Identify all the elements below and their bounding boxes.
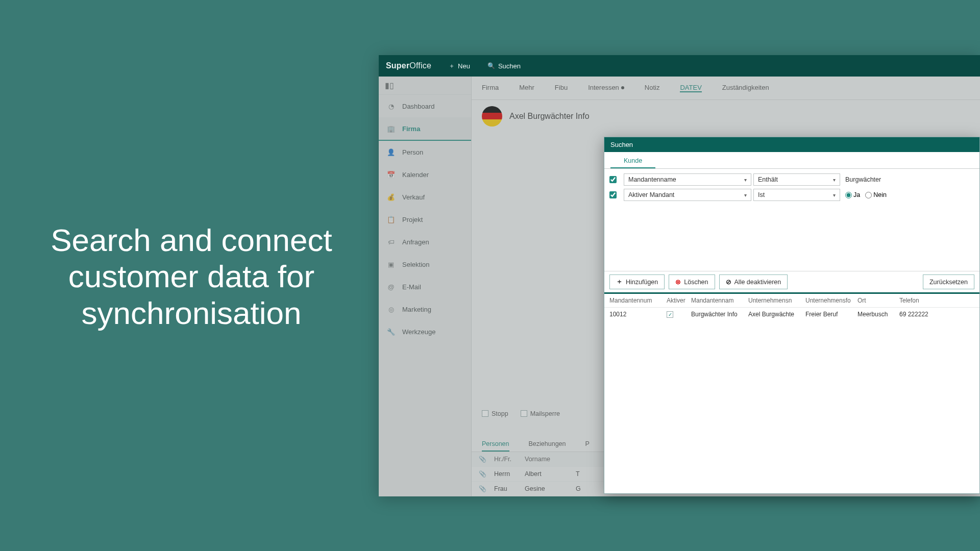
criteria-enabled-checkbox[interactable] bbox=[609, 191, 617, 198]
search-button[interactable]: 🔍Suchen bbox=[487, 62, 521, 70]
results-panel: Mandantennum Aktiver Mandantennam Untern… bbox=[604, 292, 979, 493]
sidebar-item-kalender[interactable]: 📅Kalender bbox=[379, 163, 471, 186]
result-cell: Axel Burgwächte bbox=[748, 311, 804, 318]
reset-button[interactable]: Zurücksetzen bbox=[923, 274, 974, 289]
close-circle-icon: ⊗ bbox=[675, 278, 681, 286]
topbar: SuperOffice ＋Neu 🔍Suchen bbox=[379, 55, 980, 77]
deactivate-all-button[interactable]: ⊘Alle deaktivieren bbox=[719, 274, 788, 289]
criteria-row: Aktiver Mandant▾ Ist▾ Ja Nein bbox=[609, 187, 974, 203]
criteria-field-select[interactable]: Aktiver Mandant▾ bbox=[624, 189, 751, 201]
sidebar-item-anfragen[interactable]: 🏷Anfragen bbox=[379, 231, 471, 253]
tab-interessen[interactable]: Interessen bbox=[588, 84, 624, 92]
new-button[interactable]: ＋Neu bbox=[449, 62, 470, 70]
sidebar-item-email[interactable]: @E-Mail bbox=[379, 276, 471, 298]
add-criteria-button[interactable]: ＋Hinzufügen bbox=[609, 274, 665, 289]
dialog-tab-kunde[interactable]: Kunde bbox=[610, 154, 655, 168]
search-dialog: Suchen Kunde Mandantenname▾ Enthält▾ Akt… bbox=[604, 137, 980, 494]
criteria-enabled-checkbox[interactable] bbox=[609, 176, 617, 183]
firm-tabs: Firma Mehr Fibu Interessen Notiz DATEV Z… bbox=[472, 77, 980, 100]
chevron-down-icon: ▾ bbox=[744, 177, 747, 183]
toggle-off-icon: ⊘ bbox=[726, 278, 731, 286]
attachment-icon: 📎 bbox=[479, 470, 494, 478]
indicator-dot-icon bbox=[621, 86, 624, 89]
attachment-icon: 📎 bbox=[479, 456, 494, 463]
chevron-down-icon: ▾ bbox=[833, 177, 836, 183]
tab-firma[interactable]: Firma bbox=[482, 84, 499, 92]
gauge-icon: ◔ bbox=[386, 101, 396, 111]
logo: SuperOffice bbox=[386, 61, 431, 70]
attachment-icon: 📎 bbox=[479, 485, 494, 492]
result-cell: 69 222222 bbox=[899, 311, 940, 318]
criteria-row: Mandantenname▾ Enthält▾ bbox=[609, 172, 974, 187]
calendar-icon: 📅 bbox=[386, 169, 396, 180]
clipboard-icon: 📋 bbox=[386, 214, 396, 224]
mailsperre-checkbox[interactable] bbox=[521, 410, 527, 417]
sidebar-item-dashboard[interactable]: ◔Dashboard bbox=[379, 95, 471, 117]
subtab-more[interactable]: P bbox=[585, 440, 590, 452]
at-icon: @ bbox=[386, 282, 396, 292]
plus-icon: ＋ bbox=[449, 62, 455, 70]
sidebar-item-label: E-Mail bbox=[402, 283, 421, 291]
sidebar-item-label: Marketing bbox=[402, 306, 431, 313]
result-cell: 10012 bbox=[609, 311, 666, 318]
result-cell: Burgwächter Info bbox=[691, 311, 747, 318]
tab-mehr[interactable]: Mehr bbox=[519, 84, 534, 92]
app-window: SuperOffice ＋Neu 🔍Suchen ▮▯ ◔Dashboard 🏢… bbox=[379, 55, 980, 496]
active-check-icon: ✓ bbox=[667, 311, 673, 318]
criteria-button-row: ＋Hinzufügen ⊗Löschen ⊘Alle deaktivieren … bbox=[604, 271, 979, 292]
sidebar-item-firma[interactable]: 🏢Firma bbox=[379, 117, 471, 141]
sidebar-item-label: Werkzeuge bbox=[402, 328, 436, 336]
subtab-personen[interactable]: Personen bbox=[482, 440, 509, 452]
sidebar-item-werkzeuge[interactable]: 🔧Werkzeuge bbox=[379, 320, 471, 343]
result-cell: Meerbusch bbox=[857, 311, 898, 318]
stopp-checkbox[interactable] bbox=[482, 410, 488, 417]
dialog-tabs: Kunde bbox=[604, 152, 979, 169]
wrench-icon: 🔧 bbox=[386, 327, 396, 337]
panel-toggle-icon[interactable]: ▮▯ bbox=[379, 77, 471, 95]
tab-notiz[interactable]: Notiz bbox=[645, 84, 660, 92]
sidebar-item-label: Firma bbox=[402, 125, 420, 133]
coin-icon: 💰 bbox=[386, 192, 396, 202]
sidebar-item-label: Person bbox=[402, 148, 423, 156]
sidebar-item-person[interactable]: 👤Person bbox=[379, 141, 471, 163]
sidebar-item-verkauf[interactable]: 💰Verkauf bbox=[379, 186, 471, 208]
criteria-field-select[interactable]: Mandantenname▾ bbox=[624, 173, 751, 186]
target-icon: ◎ bbox=[386, 304, 396, 314]
firm-title: Axel Burgwächter Info bbox=[509, 112, 590, 121]
search-icon: 🔍 bbox=[487, 62, 495, 69]
criteria-zone: Mandantenname▾ Enthält▾ Aktiver Mandant▾… bbox=[604, 169, 979, 271]
results-header: Mandantennum Aktiver Mandantennam Untern… bbox=[604, 294, 979, 308]
sidebar-item-label: Projekt bbox=[402, 216, 423, 223]
sidebar: ▮▯ ◔Dashboard 🏢Firma 👤Person 📅Kalender 💰… bbox=[379, 77, 472, 496]
criteria-operator-select[interactable]: Ist▾ bbox=[753, 189, 840, 201]
sidebar-item-label: Verkauf bbox=[402, 193, 425, 201]
sidebar-item-label: Kalender bbox=[402, 171, 429, 179]
sidebar-item-marketing[interactable]: ◎Marketing bbox=[379, 298, 471, 320]
criteria-value-input[interactable] bbox=[845, 176, 974, 183]
subtab-beziehungen[interactable]: Beziehungen bbox=[529, 440, 566, 452]
tab-datev[interactable]: DATEV bbox=[680, 84, 701, 92]
criteria-operator-select[interactable]: Enthält▾ bbox=[753, 173, 840, 186]
promo-headline: Search and connect customer data for syn… bbox=[43, 222, 339, 331]
chevron-down-icon: ▾ bbox=[744, 192, 747, 198]
building-icon: 🏢 bbox=[386, 123, 396, 134]
tab-fibu[interactable]: Fibu bbox=[555, 84, 568, 92]
sidebar-item-projekt[interactable]: 📋Projekt bbox=[379, 208, 471, 231]
person-icon: 👤 bbox=[386, 147, 396, 157]
tag-icon: 🏷 bbox=[386, 237, 396, 247]
delete-criteria-button[interactable]: ⊗Löschen bbox=[669, 274, 715, 289]
results-row[interactable]: 10012 ✓ Burgwächter Info Axel Burgwächte… bbox=[604, 308, 979, 321]
result-cell: Freier Beruf bbox=[805, 311, 856, 318]
sidebar-item-label: Dashboard bbox=[402, 103, 435, 110]
criteria-radio-nein[interactable]: Nein bbox=[865, 191, 887, 198]
tab-zustaendigkeiten[interactable]: Zuständigkeiten bbox=[722, 84, 769, 92]
dialog-title: Suchen bbox=[604, 137, 979, 152]
sidebar-item-label: Selektion bbox=[402, 261, 429, 268]
criteria-radio-ja[interactable]: Ja bbox=[845, 191, 860, 198]
selection-icon: ▣ bbox=[386, 259, 396, 269]
sidebar-item-label: Anfragen bbox=[402, 238, 429, 246]
chevron-down-icon: ▾ bbox=[833, 192, 836, 198]
plus-icon: ＋ bbox=[616, 278, 623, 286]
country-flag-icon bbox=[482, 106, 502, 127]
sidebar-item-selektion[interactable]: ▣Selektion bbox=[379, 253, 471, 276]
